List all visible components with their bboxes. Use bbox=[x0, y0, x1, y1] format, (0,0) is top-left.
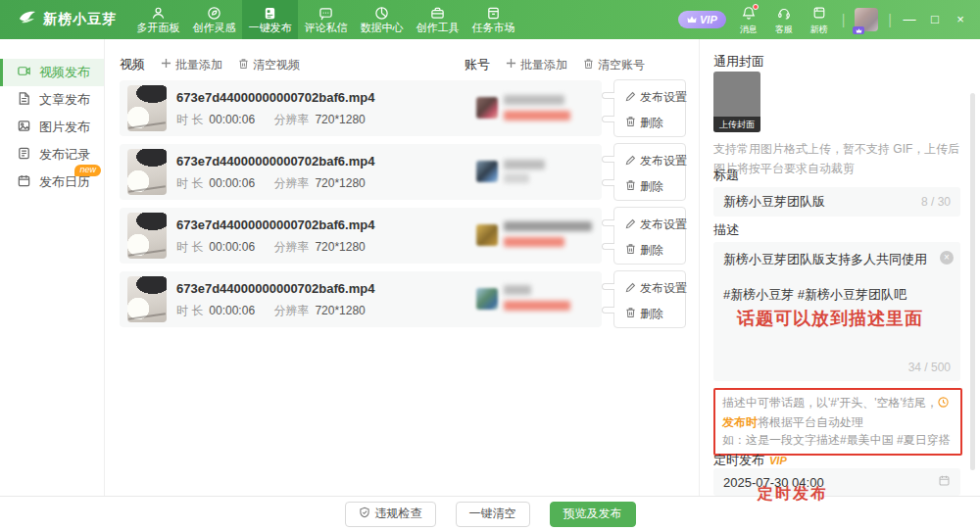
publish-settings-button[interactable]: 发布设置 bbox=[625, 280, 685, 297]
desc-line2: #新榜小豆芽 #新榜小豆芽团队吧 bbox=[723, 286, 951, 304]
cover-hint-text: 支持常用图片格式上传，暂不支持 GIF，上传后图片将按平台要求自动裁剪 bbox=[713, 139, 960, 179]
menu-item-comments-dm[interactable]: 评论私信 bbox=[298, 0, 354, 39]
pencil-icon bbox=[625, 282, 636, 296]
xinbang-button[interactable]: 新榜 bbox=[807, 6, 832, 34]
account-name-redacted bbox=[504, 160, 545, 169]
menu-label: 评论私信 bbox=[305, 23, 348, 33]
minimize-button[interactable]: — bbox=[902, 0, 917, 39]
sidebar-label: 视频发布 bbox=[39, 64, 90, 81]
clear-accounts-button[interactable]: 清空账号 bbox=[583, 57, 645, 73]
menu-item-task-market[interactable]: 任务市场 bbox=[466, 0, 521, 39]
video-row: 673e7d44000000000702baf6.mp4 时 长00:00:06… bbox=[120, 271, 686, 327]
trash-icon bbox=[583, 58, 594, 72]
account-tag-redacted bbox=[504, 173, 529, 183]
video-filename: 673e7d44000000000702baf6.mp4 bbox=[176, 154, 374, 169]
title-input[interactable]: 新榜小豆芽团队版 8 / 30 bbox=[713, 187, 960, 217]
resolution-value: 720*1280 bbox=[315, 304, 365, 317]
video-row: 673e7d44000000000702baf6.mp4 时 长00:00:06… bbox=[120, 80, 686, 136]
schedule-label: 定时发布 VIP bbox=[713, 452, 787, 469]
delete-button[interactable]: 删除 bbox=[625, 115, 685, 131]
inspiration-icon bbox=[207, 6, 221, 21]
row-actions: 发布设置 删除 bbox=[613, 207, 686, 265]
duration-value: 00:00:06 bbox=[209, 176, 255, 190]
delete-button[interactable]: 删除 bbox=[625, 306, 685, 322]
video-filename: 673e7d44000000000702baf6.mp4 bbox=[176, 217, 374, 232]
video-row: 673e7d44000000000702baf6.mp4 时 长00:00:06… bbox=[120, 144, 686, 200]
video-thumbnail[interactable] bbox=[127, 276, 167, 322]
bottom-action-bar: 违规检查 一键清空 预览及发布 bbox=[0, 496, 980, 531]
headset-icon bbox=[777, 6, 791, 24]
delete-button[interactable]: 删除 bbox=[625, 242, 685, 259]
crown-icon bbox=[687, 14, 697, 25]
duration-label: 时 长 bbox=[176, 240, 203, 254]
menu-item-one-click-publish[interactable]: 一键发布 bbox=[242, 0, 298, 39]
description-textarea[interactable]: 新榜小豆芽团队版支持多人共同使用 #新榜小豆芽 #新榜小豆芽团队吧 × 话题可以… bbox=[713, 242, 960, 381]
sidebar-item-video-publish[interactable]: 视频发布 bbox=[0, 59, 104, 86]
notification-dot bbox=[753, 4, 759, 10]
menu-item-multi-panel[interactable]: 多开面板 bbox=[130, 0, 186, 39]
menu-item-inspiration[interactable]: 创作灵感 bbox=[186, 0, 242, 39]
resolution-label: 分辨率 bbox=[273, 113, 309, 126]
menu-label: 多开面板 bbox=[137, 23, 180, 33]
customer-service-button[interactable]: 客服 bbox=[771, 6, 797, 34]
desc-line1: 新榜小豆芽团队版支持多人共同使用 bbox=[723, 251, 951, 268]
trash-icon bbox=[238, 58, 249, 72]
resolution-label: 分辨率 bbox=[273, 176, 309, 190]
preview-publish-button[interactable]: 预览及发布 bbox=[550, 502, 636, 527]
vip-badge[interactable]: VIP bbox=[678, 11, 726, 28]
separator: | bbox=[842, 12, 846, 27]
article-icon bbox=[17, 91, 31, 109]
messages-button[interactable]: 消息 bbox=[736, 6, 761, 34]
cover-upload-box[interactable]: 上传封面 bbox=[713, 72, 760, 132]
sidebar-item-article-publish[interactable]: 文章发布 bbox=[0, 86, 104, 114]
video-filename: 673e7d44000000000702baf6.mp4 bbox=[176, 281, 374, 296]
panel-scrollbar[interactable] bbox=[970, 93, 975, 470]
image-icon bbox=[17, 119, 31, 136]
video-thumbnail[interactable] bbox=[127, 149, 167, 195]
schedule-datetime-input[interactable]: 2025-07-30 04:00 bbox=[713, 468, 960, 496]
delete-button[interactable]: 删除 bbox=[625, 178, 685, 195]
account-tag-redacted bbox=[504, 301, 570, 311]
account-name-redacted bbox=[504, 95, 564, 105]
close-button[interactable]: × bbox=[953, 0, 968, 39]
new-badge: new bbox=[74, 165, 101, 176]
trash-icon bbox=[625, 243, 636, 258]
menu-item-data-center[interactable]: 数据中心 bbox=[354, 0, 410, 39]
video-row: 673e7d44000000000702baf6.mp4 时 长00:00:06… bbox=[120, 208, 686, 264]
publish-time-highlight: 发布时 bbox=[722, 415, 758, 429]
menu-item-creation-tools[interactable]: 创作工具 bbox=[410, 0, 466, 39]
video-thumbnail[interactable] bbox=[127, 85, 167, 131]
duration-label: 时 长 bbox=[176, 113, 203, 126]
video-thumbnail[interactable] bbox=[127, 213, 167, 259]
topic-hint-box: 描述中可带话题，以'#'开头、'空格'结尾， 发布时将根据平台自动处理 如：这是… bbox=[713, 388, 962, 456]
vip-label: VIP bbox=[700, 14, 717, 25]
calendar-icon bbox=[17, 173, 31, 191]
sidebar-item-image-publish[interactable]: 图片发布 bbox=[0, 114, 104, 141]
service-label: 客服 bbox=[775, 24, 793, 34]
user-avatar[interactable] bbox=[855, 8, 878, 31]
desc-field-label: 描述 bbox=[713, 221, 739, 239]
violation-check-button[interactable]: 违规检查 bbox=[345, 502, 436, 527]
duration-value: 00:00:06 bbox=[209, 304, 255, 317]
menu-label: 数据中心 bbox=[361, 23, 404, 33]
maximize-button[interactable]: □ bbox=[927, 0, 943, 39]
clear-all-button[interactable]: 一键清空 bbox=[456, 502, 530, 527]
video-column-title: 视频 bbox=[120, 56, 145, 73]
topic-hint-example: 如：这是一段文字描述#最美中国 #夏日穿搭 bbox=[722, 433, 951, 447]
resolution-label: 分辨率 bbox=[273, 240, 309, 254]
clear-videos-button[interactable]: 清空视频 bbox=[238, 57, 300, 73]
duration-value: 00:00:06 bbox=[209, 240, 255, 254]
schedule-vip-tag: VIP bbox=[769, 455, 787, 466]
multi-panel-icon bbox=[151, 6, 166, 21]
avatar-vip-badge bbox=[853, 26, 864, 34]
publish-settings-button[interactable]: 发布设置 bbox=[625, 153, 685, 169]
publish-settings-button[interactable]: 发布设置 bbox=[625, 217, 685, 233]
sidebar-item-publish-calendar[interactable]: 发布日历 new bbox=[0, 169, 104, 196]
resolution-value: 720*1280 bbox=[315, 240, 365, 254]
clear-desc-icon[interactable]: × bbox=[940, 251, 954, 265]
batch-add-videos-button[interactable]: 批量添加 bbox=[161, 57, 222, 73]
publish-settings-button[interactable]: 发布设置 bbox=[625, 89, 685, 106]
batch-add-accounts-button[interactable]: 批量添加 bbox=[506, 57, 567, 73]
account-info bbox=[476, 80, 600, 136]
account-avatar bbox=[476, 288, 498, 310]
